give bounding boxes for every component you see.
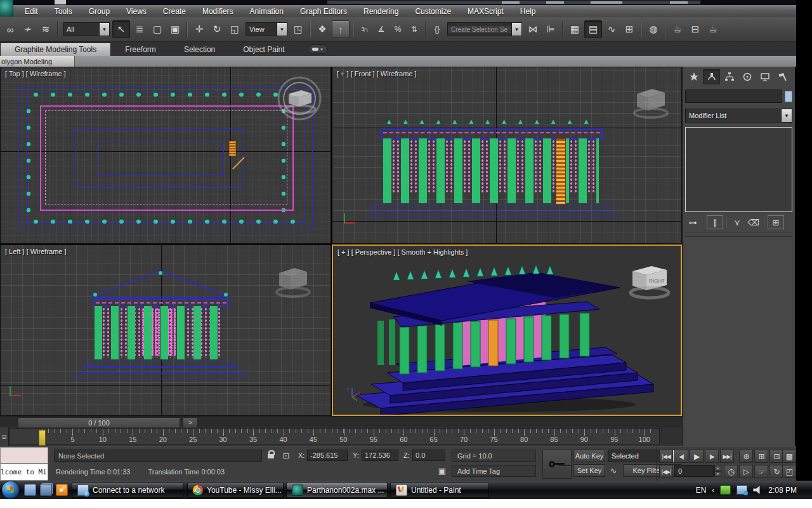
viewport-label-top[interactable]: [ Top ] [ Wireframe ] bbox=[5, 70, 66, 77]
rendered-frame-window-icon[interactable]: ⊟ bbox=[687, 21, 704, 37]
taskbar-button-3dsmax[interactable]: Parthanon002a.max ... bbox=[286, 482, 388, 498]
motion-tab-icon[interactable] bbox=[738, 69, 756, 84]
time-slider-frame-display[interactable]: 0 / 100 bbox=[18, 417, 180, 428]
select-and-rotate-icon[interactable]: ↻ bbox=[209, 21, 225, 37]
render-setup-icon[interactable]: ☕ bbox=[669, 21, 686, 37]
viewport-top[interactable]: [ Top ] [ Wireframe ] bbox=[0, 67, 331, 244]
bind-to-spacewarp-icon[interactable]: ≋ bbox=[37, 21, 54, 37]
unlink-selection-icon[interactable]: ≁ bbox=[20, 21, 36, 37]
display-tab-icon[interactable] bbox=[756, 69, 773, 84]
menu-item[interactable]: Tools bbox=[46, 7, 81, 16]
graphite-ribbon-toggle-icon[interactable]: ▤ bbox=[584, 20, 602, 38]
auto-key-button[interactable]: Auto Key bbox=[573, 450, 605, 462]
selected-column[interactable] bbox=[556, 138, 566, 204]
y-coordinate-field[interactable] bbox=[362, 450, 398, 461]
menu-item[interactable]: Graph Editors bbox=[292, 7, 355, 16]
viewcube[interactable] bbox=[270, 262, 315, 302]
tray-collapse-icon[interactable]: ‹ bbox=[712, 486, 714, 495]
create-tab-icon[interactable] bbox=[685, 69, 702, 84]
tab-object-paint[interactable]: Object Paint bbox=[229, 43, 298, 56]
viewcube[interactable]: RIGHT bbox=[624, 260, 677, 303]
align-icon[interactable]: ⊫ bbox=[542, 21, 559, 37]
viewport-perspective[interactable]: z RIGHT [ + ] [ Perspective ] [ Smooth +… bbox=[332, 244, 682, 416]
viewport-left[interactable]: [ Left ] [ Wireframe ] bbox=[0, 244, 331, 416]
pan-arrow-icon[interactable]: ▷ bbox=[739, 465, 753, 478]
volume-icon[interactable] bbox=[753, 486, 763, 494]
rectangular-selection-region-icon[interactable]: ▢ bbox=[149, 21, 166, 37]
layer-manager-icon[interactable]: ▦ bbox=[566, 21, 583, 37]
maximize-viewport-toggle-icon[interactable]: ◰ bbox=[782, 465, 796, 478]
snap-toggle-3d-icon[interactable]: 3∩ bbox=[357, 21, 372, 37]
render-production-icon[interactable]: ☕ bbox=[705, 21, 721, 37]
utilities-tab-icon[interactable] bbox=[774, 69, 791, 84]
tab-selection[interactable]: Selection bbox=[170, 43, 229, 56]
taskbar-button-youtube[interactable]: YouTube - Missy Elli... bbox=[187, 482, 284, 498]
show-end-result-icon[interactable]: ∥ bbox=[707, 215, 723, 229]
edit-named-selection-sets-icon[interactable]: {} bbox=[429, 21, 445, 37]
set-key-button[interactable]: Set Key bbox=[573, 464, 605, 477]
modifier-stack[interactable] bbox=[685, 127, 792, 212]
configure-modifier-sets-icon[interactable]: ⊞ bbox=[768, 215, 784, 229]
absolute-mode-transform-icon[interactable]: ⊡ bbox=[280, 450, 292, 461]
pan-hand-icon[interactable]: ☞ bbox=[754, 465, 768, 478]
clock[interactable]: 2:08 PM bbox=[768, 486, 797, 495]
start-button[interactable] bbox=[2, 481, 19, 498]
time-configuration-icon[interactable]: ◷ bbox=[724, 465, 738, 478]
set-keys-button[interactable] bbox=[542, 450, 572, 479]
make-unique-icon[interactable]: ⋎ bbox=[730, 216, 745, 229]
timeline-ruler[interactable]: 0510152025303540455055606570758085909510… bbox=[9, 428, 660, 445]
spinner-snap-icon[interactable]: ⇅ bbox=[407, 21, 422, 37]
menu-item[interactable]: Animation bbox=[242, 7, 292, 16]
go-to-start-icon[interactable]: |◀◀ bbox=[659, 450, 673, 463]
material-editor-icon[interactable]: ◍ bbox=[645, 21, 662, 37]
select-object-button[interactable]: ↖ bbox=[112, 20, 130, 38]
window-crossing-toggle-icon[interactable]: ▣ bbox=[167, 21, 183, 37]
viewport-label-front[interactable]: [ + ] [ Front ] [ Wireframe ] bbox=[337, 70, 417, 77]
taskbar-button-network[interactable]: Connect to a network bbox=[72, 482, 183, 498]
menu-item[interactable]: Help bbox=[512, 7, 544, 16]
viewport-label-left[interactable]: [ Left ] [ Wireframe ] bbox=[5, 248, 67, 255]
menu-item[interactable]: Rendering bbox=[355, 7, 407, 16]
mirror-icon[interactable]: ⋈ bbox=[525, 21, 541, 37]
modify-tab-icon[interactable] bbox=[703, 69, 720, 84]
quick-launch-overflow-icon[interactable]: » bbox=[62, 483, 66, 491]
z-coordinate-field[interactable] bbox=[412, 450, 445, 461]
menu-item[interactable]: Group bbox=[81, 7, 118, 16]
frame-spinner[interactable]: ▲ ▼ bbox=[714, 465, 721, 477]
play-animation-icon[interactable]: ▶ bbox=[690, 450, 704, 463]
network-status-icon[interactable] bbox=[737, 485, 747, 495]
viewcube[interactable] bbox=[272, 76, 327, 123]
app-logo-icon[interactable] bbox=[0, 0, 13, 17]
polygon-modeling-panel-tab[interactable]: olygon Modeling bbox=[0, 56, 75, 67]
pin-stack-icon[interactable]: ⊶ bbox=[685, 216, 700, 229]
curve-editor-icon[interactable]: ∿ bbox=[603, 21, 620, 37]
tab-freeform[interactable]: Freeform bbox=[111, 43, 170, 56]
tab-graphite-modeling-tools[interactable]: Graphite Modeling Tools bbox=[0, 43, 111, 56]
next-frame-icon[interactable]: |▶ bbox=[705, 450, 719, 463]
select-and-move-icon[interactable]: ✛ bbox=[191, 21, 207, 37]
schematic-view-icon[interactable]: ⊞ bbox=[621, 21, 638, 37]
menu-item[interactable]: Modifiers bbox=[194, 7, 242, 16]
menu-item[interactable]: Views bbox=[118, 7, 155, 16]
default-in-out-tangent-icon[interactable]: ∿ bbox=[608, 465, 619, 476]
selection-lock-icon[interactable] bbox=[265, 449, 277, 460]
viewport-front[interactable]: [ + ] [ Front ] [ Wireframe ] bbox=[332, 67, 682, 244]
language-indicator[interactable]: EN bbox=[696, 486, 707, 495]
reference-coordinate-system-dropdown[interactable]: View▼ bbox=[246, 22, 287, 36]
viewport-label-perspective[interactable]: [ + ] [ Perspective ] [ Smooth + Highlig… bbox=[337, 248, 468, 256]
select-and-link-icon[interactable]: ∞ bbox=[2, 21, 18, 37]
maxscript-mini-listener[interactable]: lcome to Mi bbox=[0, 464, 48, 481]
key-mode-toggle-icon[interactable]: |◀▶| bbox=[659, 465, 673, 478]
named-selection-sets-dropdown[interactable]: Create Selection Se▼ bbox=[447, 22, 522, 36]
time-slider-handle[interactable] bbox=[39, 430, 46, 446]
zoom-all-icon[interactable]: ⊞ bbox=[754, 450, 768, 463]
taskbar-button-paint[interactable]: Untitled - Paint bbox=[390, 482, 489, 498]
spin-down-icon[interactable]: ▼ bbox=[714, 471, 721, 478]
object-color-swatch[interactable] bbox=[785, 91, 792, 102]
percent-snap-icon[interactable]: % bbox=[390, 21, 405, 37]
selection-filter-dropdown[interactable]: All▼ bbox=[63, 22, 110, 36]
viewcube[interactable] bbox=[628, 83, 672, 123]
current-frame-field[interactable]: 0 bbox=[674, 465, 714, 477]
use-pivot-point-icon[interactable]: ◳ bbox=[290, 21, 306, 37]
menu-item[interactable]: MAXScript bbox=[459, 7, 512, 16]
